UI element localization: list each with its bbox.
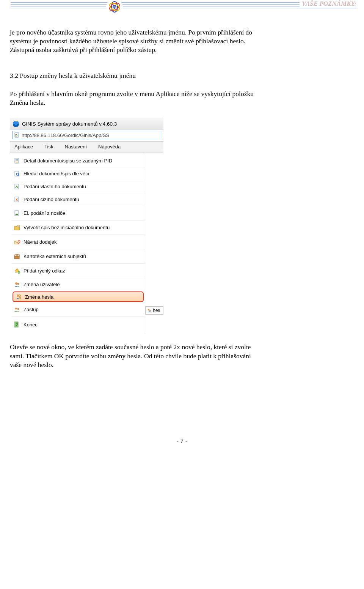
paragraph: je pro nového účastníka systému rovno je…: [10, 28, 255, 54]
menu-item-create-file[interactable]: Vytvořit spis bez iniciačního dokumentu: [11, 220, 145, 235]
page-number: - 7 -: [0, 438, 364, 444]
menu-item-change-password[interactable]: Změna hesla: [13, 291, 144, 302]
svg-rect-19: [16, 212, 17, 212]
document-pid-icon: [14, 157, 20, 164]
svg-rect-8: [15, 158, 19, 163]
side-search-field[interactable]: hes: [145, 306, 163, 315]
favorite-add-icon: [14, 268, 20, 274]
menu-item-label: Kartotéka externích subjektů: [24, 254, 86, 259]
menu-item-label: Vytvořit spis bez iniciačního dokumentu: [24, 225, 110, 230]
document-content: je pro nového účastníka systému rovno je…: [0, 13, 265, 369]
svg-rect-18: [16, 214, 18, 215]
menu-item-label: Konec: [24, 322, 38, 328]
menu-item-label: Návrat dodejek: [24, 239, 56, 245]
svg-point-27: [15, 282, 17, 285]
svg-rect-24: [16, 254, 18, 256]
svg-point-28: [17, 283, 19, 285]
menu-item-label: Podání cizího dokumentu: [24, 197, 79, 202]
document-el-icon: [14, 210, 20, 217]
side-field-text: hes: [153, 308, 160, 313]
menu-item-label: Hledat dokument/spis dle věci: [24, 171, 89, 176]
menu-item-el-submission[interactable]: El. podání z nosiče: [11, 206, 145, 220]
menu-napoveda[interactable]: Nápověda: [98, 144, 121, 150]
menubar: Aplikace Tisk Nastavení Nápověda: [10, 142, 163, 151]
page-icon: [14, 132, 20, 138]
users-icon: [14, 306, 20, 313]
menu-item-own-submission[interactable]: Podání vlastního dokumentu: [11, 180, 145, 193]
menu-nastaveni[interactable]: Nastavení: [65, 144, 87, 150]
svg-rect-9: [16, 162, 18, 162]
exit-icon: [14, 321, 20, 328]
ie-icon: [12, 120, 20, 128]
folder-new-icon: [14, 224, 20, 231]
address-bar: http://88.86.118.66/Gordic/Ginis/App/SS: [10, 130, 163, 141]
document-foreign-icon: [14, 196, 20, 203]
svg-rect-23: [15, 255, 16, 256]
section-heading: 3.2 Postup změny hesla k uživatelskému j…: [10, 72, 255, 80]
document-search-icon: [14, 170, 20, 177]
menu-item-label: Změna hesla: [25, 294, 53, 300]
app-menu-panel: Detail dokumentu/spisu se zadaným PID Hl…: [11, 153, 145, 332]
return-icon: [14, 239, 20, 246]
document-own-icon: [14, 183, 20, 190]
svg-point-36: [148, 309, 149, 310]
menu-item-exit[interactable]: Konec: [11, 317, 145, 332]
app-screenshot: GINIS Systém správy dokumentů v.4.60.3 h…: [10, 118, 163, 332]
menu-item-external-subjects[interactable]: Kartotéka externích subjektů: [11, 249, 145, 264]
address-field[interactable]: http://88.86.118.66/Gordic/Ginis/App/SS: [12, 131, 161, 139]
user-change-icon: [14, 281, 20, 288]
window-titlebar: GINIS Systém správy dokumentů v.4.60.3: [10, 118, 163, 130]
svg-text:G: G: [113, 5, 116, 9]
menu-item-label: Podání vlastního dokumentu: [24, 184, 86, 189]
menu-aplikace[interactable]: Aplikace: [14, 144, 33, 150]
notes-label: VAŠE POZNÁMKY:: [300, 0, 356, 8]
menu-item-return-receipts[interactable]: Návrat dodejek: [11, 235, 145, 249]
menu-tisk[interactable]: Tisk: [44, 144, 53, 150]
paragraph: Otevře se nové okno, ve kterém zadáte so…: [10, 343, 255, 369]
svg-line-38: [151, 312, 152, 313]
menu-item-search-doc[interactable]: Hledat dokument/spis dle věci: [11, 167, 145, 180]
menu-item-add-shortcut[interactable]: Přidat rychlý odkaz: [11, 264, 145, 278]
svg-rect-25: [18, 255, 19, 256]
menu-item-label: Detail dokumentu/spisu se zadaným PID: [24, 158, 112, 164]
search-user-icon: [146, 308, 152, 313]
menu-item-label: Zástup: [24, 307, 39, 312]
menu-item-change-user[interactable]: Změna uživatele: [11, 278, 145, 291]
svg-point-7: [16, 135, 17, 137]
svg-point-30: [19, 295, 20, 296]
svg-rect-11: [16, 160, 18, 161]
svg-rect-10: [16, 159, 18, 160]
window-title: GINIS Systém správy dokumentů v.4.60.3: [22, 121, 117, 127]
page-header: G VAŠE POZNÁMKY:: [0, 0, 364, 13]
logo-icon: G: [106, 0, 123, 15]
header-rule: [11, 8, 356, 8]
menu-item-label: Přidat rychlý odkaz: [24, 268, 65, 274]
address-text: http://88.86.118.66/Gordic/Ginis/App/SS: [22, 132, 109, 138]
menu-item-foreign-submission[interactable]: Podání cizího dokumentu: [11, 193, 145, 206]
menu-item-substitute[interactable]: Zástup: [11, 302, 145, 317]
card-index-icon: [14, 253, 20, 260]
menu-item-label: El. podání z nosiče: [24, 210, 65, 216]
paragraph: Po přihlášení v hlavním okně programu zv…: [10, 90, 255, 107]
svg-point-32: [17, 308, 19, 310]
menu-item-label: Změna uživatele: [24, 282, 60, 287]
menu-item-detail-pid[interactable]: Detail dokumentu/spisu se zadaným PID: [11, 154, 145, 167]
svg-point-31: [15, 307, 17, 309]
key-user-icon: [15, 293, 22, 300]
